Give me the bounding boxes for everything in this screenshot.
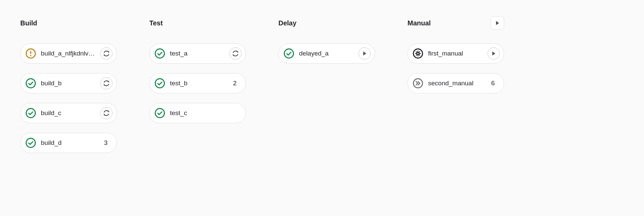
- svg-point-7: [155, 79, 165, 88]
- success-icon: [154, 78, 165, 89]
- stage-title: Manual: [407, 19, 431, 27]
- job-count: 6: [488, 78, 500, 89]
- stage-title: Delay: [278, 19, 296, 27]
- play-button[interactable]: [358, 47, 371, 60]
- job-label: test_a: [170, 50, 225, 57]
- svg-point-5: [26, 138, 35, 148]
- svg-point-2: [30, 55, 31, 56]
- retry-button[interactable]: [100, 77, 113, 89]
- job-pill[interactable]: test_a: [149, 43, 246, 64]
- job-label: build_d: [41, 139, 96, 147]
- job-label: build_a_nlfjkdnlvskfnkjdhf: [41, 50, 96, 57]
- stage-column: Delay delayed_a: [278, 16, 375, 64]
- job-list: delayed_a: [278, 43, 375, 64]
- svg-point-11: [417, 52, 419, 55]
- success-icon: [154, 48, 165, 59]
- retry-icon: [230, 48, 241, 59]
- job-label: second_manual: [428, 80, 484, 87]
- retry-icon: [101, 78, 112, 89]
- retry-button[interactable]: [229, 47, 242, 60]
- job-label: test_b: [170, 80, 225, 87]
- pipeline-stages: Build build_a_nlfjkdnlvskfnkjdhf build_b…: [20, 16, 624, 153]
- retry-icon: [101, 48, 112, 59]
- stage-title: Test: [149, 19, 163, 27]
- play-icon: [495, 20, 500, 26]
- job-pill[interactable]: second_manual6: [407, 73, 504, 93]
- svg-point-10: [414, 49, 423, 58]
- job-list: first_manual second_manual6: [407, 43, 504, 93]
- retry-icon: [101, 107, 112, 119]
- job-label: test_c: [170, 109, 242, 117]
- svg-point-4: [26, 109, 35, 118]
- job-label: delayed_a: [299, 50, 354, 57]
- job-list: build_a_nlfjkdnlvskfnkjdhf build_b build…: [20, 43, 117, 153]
- stage-header: Test: [149, 16, 246, 30]
- svg-point-8: [155, 109, 165, 118]
- svg-line-17: [416, 52, 417, 52]
- stage-header: Manual: [407, 16, 504, 30]
- job-count: 2: [230, 78, 242, 89]
- retry-button[interactable]: [100, 107, 113, 119]
- manual-icon: [413, 48, 423, 59]
- success-icon: [154, 108, 165, 118]
- job-pill[interactable]: build_d3: [20, 133, 117, 153]
- stage-column: Manual first_manual second_manual6: [407, 16, 504, 93]
- job-list: test_a test_b2 test_c: [149, 43, 246, 123]
- job-pill[interactable]: first_manual: [407, 43, 504, 64]
- svg-point-9: [284, 49, 294, 58]
- job-pill[interactable]: test_b2: [149, 73, 246, 93]
- run-stage-button[interactable]: [491, 16, 504, 30]
- svg-rect-1: [30, 51, 31, 54]
- success-icon: [25, 137, 36, 148]
- svg-point-6: [155, 49, 165, 58]
- svg-line-19: [419, 52, 420, 52]
- svg-line-13: [419, 55, 420, 55]
- job-label: build_c: [41, 109, 96, 117]
- stage-header: Build: [20, 16, 117, 30]
- job-pill[interactable]: build_b: [20, 73, 117, 93]
- success-icon: [25, 78, 36, 89]
- job-pill[interactable]: delayed_a: [278, 43, 375, 64]
- job-label: first_manual: [428, 50, 483, 57]
- job-pill[interactable]: build_c: [20, 103, 117, 123]
- play-icon: [488, 48, 499, 59]
- stage-title: Build: [20, 19, 37, 27]
- svg-line-15: [416, 55, 417, 55]
- stage-column: Build build_a_nlfjkdnlvskfnkjdhf build_b…: [20, 16, 117, 153]
- job-count: 3: [101, 137, 113, 149]
- job-pill[interactable]: test_c: [149, 103, 246, 123]
- success-icon: [25, 108, 36, 118]
- retry-button[interactable]: [100, 47, 113, 60]
- success-icon: [283, 48, 294, 59]
- play-icon: [359, 48, 370, 59]
- job-label: build_b: [41, 80, 96, 87]
- job-pill[interactable]: build_a_nlfjkdnlvskfnkjdhf: [20, 43, 117, 64]
- skipped-icon: [413, 78, 423, 89]
- stage-header: Delay: [278, 16, 375, 30]
- stage-column: Test test_a test_b2 test_c: [149, 16, 246, 123]
- warning-icon: [25, 48, 36, 59]
- play-button[interactable]: [488, 47, 500, 60]
- svg-point-3: [26, 79, 35, 88]
